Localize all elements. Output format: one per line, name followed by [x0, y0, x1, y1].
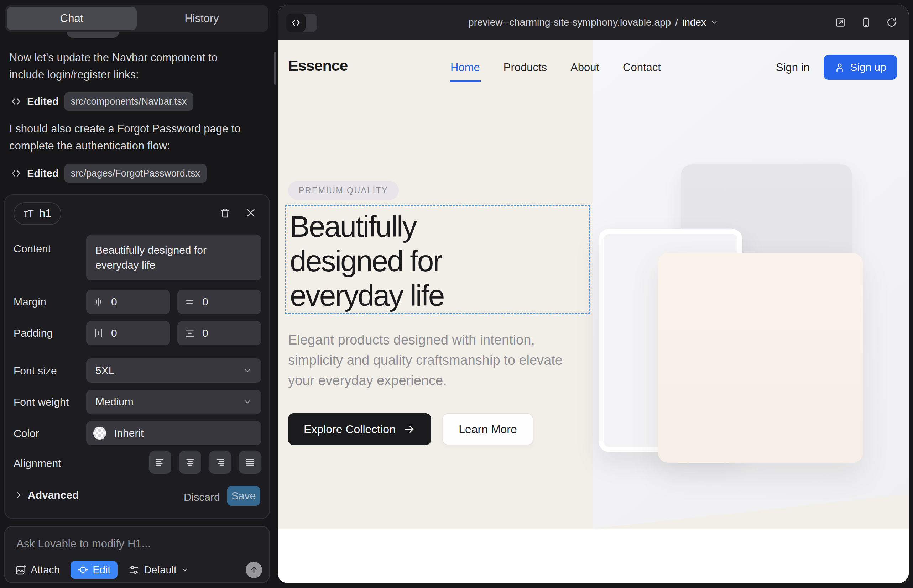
edited-file-row[interactable]: Edited src/components/Navbar.tsx [11, 92, 193, 111]
nav-link-home[interactable]: Home [450, 61, 480, 74]
color-select[interactable]: Inherit [86, 421, 261, 445]
nav-link-about[interactable]: About [570, 61, 599, 74]
margin-y-value: 0 [202, 296, 208, 308]
edited-file-chip[interactable]: src/pages/ForgotPassword.tsx [65, 164, 207, 183]
nav-link-products[interactable]: Products [503, 61, 547, 74]
margin-x-input[interactable]: 0 [86, 290, 170, 314]
chat-scrollbar[interactable] [274, 52, 276, 85]
site-navbar: Essence Home Products About Contact Sign… [278, 40, 909, 93]
send-button[interactable] [246, 562, 262, 578]
decor-card-cream [658, 253, 863, 463]
edit-mode-button[interactable]: Edit [71, 561, 118, 579]
code-icon [291, 18, 301, 28]
preview-url[interactable]: preview--charming-site-symphony.lovable.… [468, 17, 718, 28]
site-preview: Essence Home Products About Contact Sign… [278, 40, 909, 583]
code-icon [11, 96, 21, 107]
section-below-hero [278, 528, 909, 583]
sign-in-link[interactable]: Sign in [776, 61, 810, 74]
padding-label: Padding [13, 327, 53, 339]
arrow-right-icon [403, 423, 416, 435]
close-icon [245, 207, 256, 218]
align-justify-button[interactable] [239, 451, 261, 474]
edit-label: Edit [92, 564, 110, 576]
chat-history-tabs: Chat History [5, 5, 269, 32]
font-weight-value: Medium [96, 396, 134, 408]
advanced-label: Advanced [28, 489, 79, 501]
trash-icon [219, 207, 231, 218]
color-value: Inherit [114, 427, 144, 439]
mobile-view-icon[interactable] [860, 17, 872, 28]
chevron-down-icon [711, 18, 718, 26]
font-size-value: 5XL [96, 365, 114, 376]
sign-up-button[interactable]: Sign up [824, 55, 897, 80]
preview-browser-bar: preview--charming-site-symphony.lovable.… [278, 5, 909, 40]
align-center-button[interactable] [179, 451, 201, 474]
chat-composer[interactable]: Ask Lovable to modify H1... Attach Edit … [4, 526, 270, 583]
content-input[interactable]: Beautifully designed for everyday life [86, 235, 261, 281]
site-logo[interactable]: Essence [288, 57, 348, 74]
attach-image-icon [15, 564, 26, 575]
arrow-up-icon [249, 565, 259, 575]
edited-label: Edited [27, 168, 59, 179]
edited-file-row[interactable]: Edited src/pages/ForgotPassword.tsx [11, 164, 207, 183]
learn-more-button[interactable]: Learn More [442, 413, 533, 445]
hero-heading-line: Beautifully [290, 209, 444, 244]
padding-y-input[interactable]: 0 [177, 321, 261, 345]
chevron-right-icon [14, 491, 23, 499]
preview-panel: preview--charming-site-symphony.lovable.… [278, 5, 909, 583]
padding-x-value: 0 [111, 327, 117, 339]
element-tag-badge: тT h1 [13, 202, 61, 225]
close-editor-button[interactable] [244, 206, 258, 220]
open-external-icon[interactable] [835, 17, 846, 28]
padding-y-icon [185, 328, 195, 339]
tab-chat[interactable]: Chat [7, 7, 137, 30]
element-tag-label: h1 [39, 207, 51, 220]
chevron-down-icon [243, 366, 252, 375]
chat-message: I should also create a Forgot Password p… [9, 120, 251, 155]
hero-heading-line: everyday life [290, 278, 444, 313]
delete-element-button[interactable] [218, 206, 232, 220]
user-icon [834, 62, 845, 73]
explore-collection-label: Explore Collection [304, 423, 396, 436]
composer-placeholder[interactable]: Ask Lovable to modify H1... [16, 538, 151, 550]
font-weight-select[interactable]: Medium [86, 390, 261, 414]
alignment-label: Alignment [13, 457, 61, 470]
padding-x-input[interactable]: 0 [86, 321, 170, 345]
advanced-toggle[interactable]: Advanced [14, 489, 79, 501]
font-size-select[interactable]: 5XL [86, 359, 261, 383]
margin-label: Margin [13, 296, 46, 308]
align-justify-icon [244, 457, 256, 468]
margin-y-input[interactable]: 0 [177, 290, 261, 314]
attach-button[interactable]: Attach [15, 564, 60, 576]
tab-history[interactable]: History [137, 7, 267, 30]
align-right-icon [214, 457, 226, 468]
margin-x-icon [93, 297, 104, 307]
code-toggle-segment[interactable] [286, 13, 306, 32]
hero-heading[interactable]: Beautifully designed for everyday life [290, 209, 444, 313]
align-left-button[interactable] [149, 451, 171, 474]
color-swatch-icon [93, 427, 106, 439]
mode-select[interactable]: Default [128, 564, 189, 576]
url-page: index [682, 17, 706, 28]
nav-link-contact[interactable]: Contact [623, 61, 661, 74]
align-right-button[interactable] [209, 451, 231, 474]
h1-selection-outline[interactable]: Beautifully designed for everyday life [285, 205, 590, 314]
explore-collection-button[interactable]: Explore Collection [288, 413, 431, 445]
save-button[interactable]: Save [227, 486, 260, 506]
hero-heading-line: designed for [290, 244, 444, 278]
chevron-down-icon [243, 397, 252, 407]
refresh-icon[interactable] [886, 17, 897, 28]
chat-message: Now let's update the Navbar component to… [9, 49, 251, 83]
chevron-down-icon [181, 566, 189, 574]
premium-quality-badge: PREMIUM QUALITY [288, 181, 399, 200]
discard-button[interactable]: Discard [184, 491, 220, 503]
content-label: Content [13, 243, 51, 255]
code-preview-toggle[interactable] [286, 13, 317, 32]
browser-bar-actions [835, 5, 897, 40]
color-label: Color [13, 428, 39, 439]
diagonal-decor [592, 494, 909, 528]
url-separator: / [675, 17, 678, 28]
edited-label: Edited [27, 96, 59, 108]
edited-file-chip[interactable]: src/components/Navbar.tsx [65, 92, 193, 111]
align-left-icon [155, 457, 166, 468]
